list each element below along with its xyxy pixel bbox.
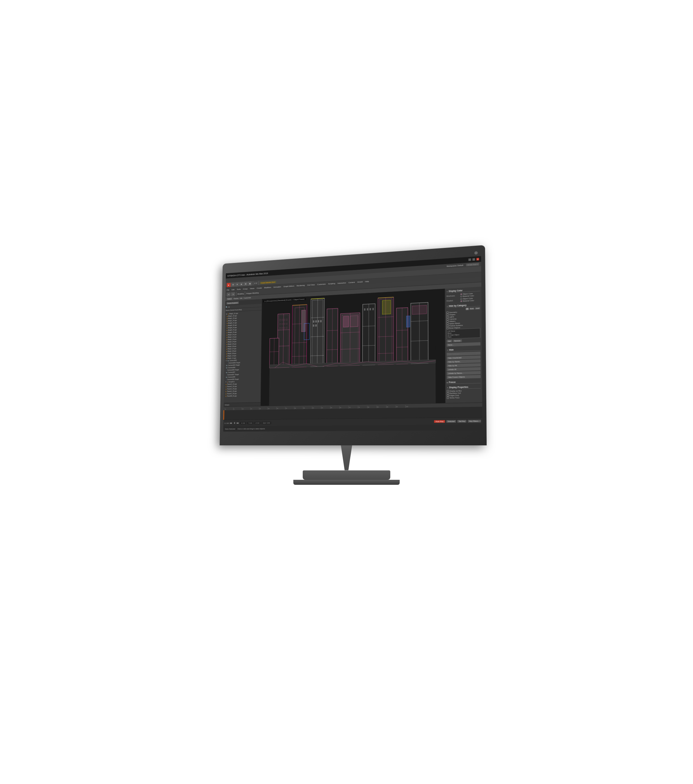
toolbar-icon-1[interactable]: ▶ — [227, 283, 231, 287]
ruler-mark-75: 75 — [358, 405, 367, 408]
menu-file[interactable]: File — [227, 289, 230, 291]
menu-content[interactable]: Content — [348, 281, 355, 283]
wireframe-material-color-radio[interactable] — [460, 295, 462, 297]
edges-only-checkbox[interactable] — [447, 394, 449, 396]
shaded-label: Shaded: — [447, 299, 460, 301]
play-btn[interactable]: ⏸ — [233, 422, 235, 424]
cameras-checkbox[interactable] — [447, 318, 448, 320]
display-properties-section: ▼ Display Properties Display as Box Back… — [447, 385, 481, 399]
set-key-btn[interactable]: Set Key — [458, 420, 466, 423]
toolbar-icon-5[interactable]: ⊞ — [244, 282, 248, 286]
menu-customize[interactable]: Customize — [317, 283, 325, 285]
toolbar-icon-2[interactable]: ⚙ — [231, 282, 235, 287]
minimize-button[interactable]: ─ — [468, 258, 471, 261]
menu-rendering[interactable]: Rendering — [296, 284, 305, 287]
geometry-checkbox[interactable] — [447, 311, 448, 313]
shaded-object-color-radio[interactable] — [460, 298, 462, 300]
redo-btn[interactable]: ↪ — [231, 292, 235, 296]
unhide-all-btn[interactable]: Unhide All — [447, 367, 481, 371]
shaded-material-color-radio[interactable] — [460, 300, 462, 302]
menu-group[interactable]: Group — [243, 288, 248, 290]
auto-key-btn[interactable]: Auto Key — [434, 420, 445, 423]
freeze-title: Freeze — [449, 381, 456, 384]
menu-arnold[interactable]: Arnold — [358, 281, 363, 283]
monitor-body: KITBASH-CITY.max - Autodesk 3ds Max 2019… — [220, 245, 487, 445]
edges-only-item[interactable]: Edges Only — [447, 394, 481, 396]
toolbar-icon-3[interactable]: ✦ — [235, 282, 239, 287]
backface-cull-checkbox[interactable] — [447, 392, 449, 394]
hide-by-category-arrow[interactable]: ▼ — [447, 305, 448, 307]
next-frame-btn[interactable]: ⏭ — [237, 422, 239, 424]
prev-frame-btn[interactable]: ⏮ — [230, 422, 232, 424]
scene-sort-btn[interactable]: 🔍 — [226, 306, 227, 308]
menu-graph-editors[interactable]: Graph Editors — [283, 285, 294, 287]
scene-explorer-tab[interactable]: Scene Explorer — [227, 301, 239, 305]
wireframe-object-color-radio[interactable] — [460, 293, 462, 295]
hide-unselected-btn[interactable]: Hide Unselected — [447, 355, 480, 360]
shapes-checkbox[interactable] — [447, 314, 448, 315]
display-as-box-item[interactable]: Display as Box — [447, 389, 481, 392]
monitor-wrapper: KITBASH-CITY.max - Autodesk 3ds Max 2019… — [206, 251, 487, 533]
add-button[interactable]: Add — [447, 339, 452, 343]
menu-civil-view[interactable]: Civil View — [307, 283, 315, 286]
display-properties-arrow[interactable]: ▼ — [447, 386, 448, 388]
hide-by-hit-btn[interactable]: Hide by Hit — [447, 363, 480, 367]
user-profile[interactable]: ⚙ Ged Trias ▾ — [466, 263, 479, 266]
vertex-ticks-checkbox[interactable] — [447, 397, 449, 399]
vertex-ticks-label: Vertex Ticks — [449, 397, 460, 399]
shaded-object-color-label: Object Color — [463, 297, 473, 300]
toolbar-icon-6[interactable]: ◉ — [248, 281, 252, 285]
svg-rect-1 — [269, 363, 436, 405]
menu-tools[interactable]: Tools — [237, 288, 241, 290]
menu-interactive[interactable]: Interactive — [337, 282, 346, 284]
svg-rect-16 — [278, 313, 290, 367]
particle-systems-checkbox[interactable] — [447, 325, 448, 327]
bone-objects-checkbox[interactable] — [447, 327, 448, 329]
invert-btn[interactable]: Invert — [475, 307, 480, 310]
viewport[interactable]: [+] [Perspective] [Standard] [Facets + E… — [261, 288, 445, 405]
ruler-mark-5: 5 — [233, 407, 242, 410]
remove-button[interactable]: Remove — [453, 339, 461, 342]
toolbar-icon-4[interactable]: ◈ — [239, 282, 243, 286]
helpers-checkbox[interactable] — [447, 320, 448, 322]
menu-views[interactable]: Views — [250, 287, 255, 289]
svg-rect-78 — [382, 300, 391, 314]
unhide-by-name-btn[interactable]: Unhide by Name... — [447, 371, 481, 375]
svg-rect-51 — [313, 324, 314, 326]
wireframe-radio-group: Object Color Material Color — [460, 292, 474, 297]
display-as-box-checkbox[interactable] — [447, 390, 449, 392]
menu-help[interactable]: Help — [365, 280, 369, 283]
hide-by-name-btn[interactable]: Hide by Name... — [447, 359, 480, 364]
edit-tab[interactable]: Edit — [240, 297, 243, 299]
none-button[interactable]: None... — [447, 342, 480, 346]
menu-scripting[interactable]: Scripting — [328, 282, 335, 285]
close-button[interactable]: ✕ — [476, 258, 479, 260]
undo-btn[interactable]: ↩ — [227, 292, 230, 296]
space-warps-checkbox[interactable] — [447, 323, 448, 324]
menu-animation[interactable]: Animation — [273, 286, 281, 288]
freeze-arrow[interactable]: ▶ — [447, 381, 448, 383]
vertex-ticks-item[interactable]: Vertex Ticks — [447, 396, 481, 399]
mode-dropdown[interactable]: Selected — [446, 420, 456, 423]
hide-arrow[interactable]: ▼ — [447, 349, 448, 351]
select-tab[interactable]: Select — [227, 297, 232, 300]
customize-tab[interactable]: Customize — [244, 297, 251, 299]
display-color-arrow[interactable]: ▼ — [446, 290, 448, 292]
hide-frozen-btn[interactable]: Hide Frozen Objects — [447, 375, 481, 379]
hide-selected-btn[interactable]: Hide Selected — [447, 351, 480, 356]
display-tab[interactable]: Display — [233, 297, 239, 300]
none-btn[interactable]: None — [470, 307, 475, 310]
menu-edit[interactable]: Edit — [232, 288, 235, 290]
menu-create[interactable]: Create — [257, 287, 262, 289]
menu-modifiers[interactable]: Modifiers — [264, 287, 271, 288]
all-btn[interactable]: All — [466, 308, 469, 310]
sec-sep-2 — [245, 292, 245, 295]
scene-filter-btn[interactable]: ⚙ — [228, 306, 230, 308]
key-filters-btn[interactable]: Key Filters... — [468, 419, 481, 422]
lights-checkbox[interactable] — [447, 316, 448, 318]
create-selection-btn[interactable]: Create Selection Set ▾ — [260, 280, 276, 284]
maximize-button[interactable]: □ — [473, 258, 475, 261]
title-bar-controls: ─ □ ✕ — [468, 258, 479, 261]
svg-rect-96 — [407, 316, 410, 327]
svg-rect-48 — [315, 320, 317, 322]
